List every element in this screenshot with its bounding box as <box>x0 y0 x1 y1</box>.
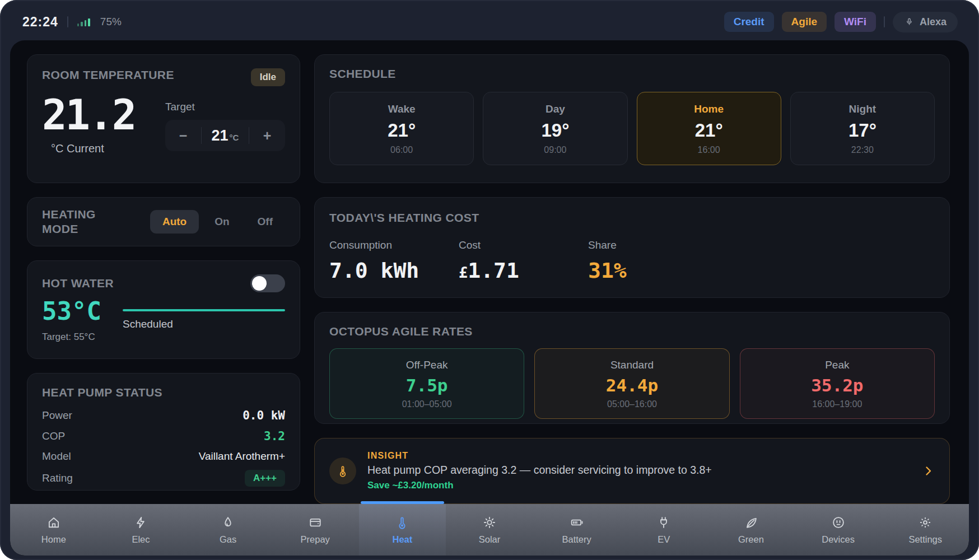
bottom-navigation: Home Elec Gas Prepay Heat Solar <box>10 504 969 556</box>
hot-water-right: Scheduled <box>123 298 285 330</box>
share-value: 31% <box>588 258 686 283</box>
card-icon <box>308 515 323 530</box>
heat-pump-rows: Power 0.0 kW COP 3.2 Model Vaillant Arot… <box>42 405 285 490</box>
heating-cost-stats: Consumption 7.0 kWh Cost £1.71 Share 31% <box>329 239 935 283</box>
increase-temperature-button[interactable]: + <box>249 128 285 144</box>
rate-off-peak: Off-Peak 7.5p 01:00–05:00 <box>329 348 524 419</box>
currency-symbol: £ <box>459 264 468 281</box>
sun-icon <box>482 515 497 530</box>
status-badge: Idle <box>251 68 285 86</box>
schedule-slot-day[interactable]: Day 19° 09:00 <box>483 92 627 165</box>
target-temperature-value: 21 <box>212 127 229 144</box>
right-column: SCHEDULE Wake 21° 06:00 Day 19° 09:00 <box>314 54 950 504</box>
target-temperature-value-wrap: 21 °C <box>202 127 249 144</box>
active-tab-indicator <box>361 501 445 504</box>
flame-icon <box>221 515 235 530</box>
signal-percentage: 75% <box>100 16 122 28</box>
clock: 22:24 <box>22 15 58 30</box>
hot-water-toggle[interactable] <box>250 274 285 292</box>
cop-value: 3.2 <box>264 430 285 443</box>
schedule-slot-wake[interactable]: Wake 21° 06:00 <box>329 92 474 165</box>
left-column: ROOM TEMPERATURE Idle 21.2 °C Current Ta… <box>27 54 300 504</box>
insight-title: INSIGHT <box>367 451 921 461</box>
table-row: Rating A+++ <box>42 466 285 490</box>
tab-elec[interactable]: Elec <box>97 504 185 556</box>
plug-icon <box>656 515 671 530</box>
tab-solar[interactable]: Solar <box>446 504 533 556</box>
alexa-button[interactable]: Alexa <box>893 12 958 32</box>
mode-option-off[interactable]: Off <box>245 210 285 234</box>
tab-gas[interactable]: Gas <box>184 504 272 556</box>
thermometer-icon <box>395 515 409 530</box>
chevron-right-icon[interactable] <box>921 464 935 478</box>
settings-dial-icon <box>918 515 933 530</box>
microphone-icon <box>904 17 915 27</box>
insight-banner[interactable]: INSIGHT Heat pump COP averaging 3.2 — co… <box>314 438 950 504</box>
target-temperature-unit: °C <box>230 133 239 142</box>
thermometer-icon <box>329 458 356 484</box>
rating-label: Rating <box>42 472 73 484</box>
lightning-icon <box>133 515 148 530</box>
tab-heat[interactable]: Heat <box>359 504 446 556</box>
credit-badge[interactable]: Credit <box>724 12 774 32</box>
hot-water-status: Scheduled <box>123 318 285 330</box>
insight-savings: Save ~£3.20/month <box>367 480 921 491</box>
tab-devices[interactable]: Devices <box>795 504 882 556</box>
wifi-badge[interactable]: WiFi <box>835 12 876 32</box>
heating-cost-title: TODAY\'S HEATING COST <box>329 211 479 224</box>
hot-water-left: 53°C Target: 55°C <box>42 298 101 343</box>
heating-mode-card: HEATING MODE Auto On Off <box>27 197 300 246</box>
tab-battery[interactable]: Battery <box>533 504 621 556</box>
table-row: Power 0.0 kW <box>42 405 285 426</box>
rate-tiles: Off-Peak 7.5p 01:00–05:00 Standard 24.4p… <box>329 348 935 419</box>
schedule-slots: Wake 21° 06:00 Day 19° 09:00 Home 21° <box>329 92 935 165</box>
leaf-icon <box>744 515 758 530</box>
status-bar: 22:24 75% Credit Agile WiFi Alexa <box>0 0 979 40</box>
tab-green[interactable]: Green <box>707 504 795 556</box>
room-temperature-card: ROOM TEMPERATURE Idle 21.2 °C Current Ta… <box>27 54 300 183</box>
model-value: Vaillant Arotherm+ <box>199 450 285 463</box>
device-hub-icon <box>831 515 846 530</box>
agile-badge[interactable]: Agile <box>782 12 827 32</box>
current-temperature-value: 21.2 <box>42 94 135 136</box>
status-left: 22:24 75% <box>22 15 122 30</box>
cost-value: £1.71 <box>459 258 557 283</box>
hot-water-temperature: 53°C <box>42 298 101 325</box>
battery-icon <box>570 515 584 530</box>
power-label: Power <box>42 409 72 422</box>
schedule-slot-home[interactable]: Home 21° 16:00 <box>637 92 781 165</box>
cop-label: COP <box>42 430 65 442</box>
mode-option-on[interactable]: On <box>202 210 241 234</box>
target-label: Target <box>165 101 285 113</box>
cost-stat: Cost £1.71 <box>459 239 557 283</box>
hot-water-target: Target: 55°C <box>42 332 101 343</box>
heating-cost-card: TODAY\'S HEATING COST Consumption 7.0 kW… <box>314 197 950 298</box>
table-row: Model Vaillant Arotherm+ <box>42 446 285 466</box>
rate-peak: Peak 35.2p 16:00–19:00 <box>740 348 935 419</box>
schedule-title: SCHEDULE <box>329 67 396 80</box>
tab-settings[interactable]: Settings <box>882 504 969 556</box>
tab-ev[interactable]: EV <box>620 504 707 556</box>
alexa-label: Alexa <box>920 16 947 28</box>
insight-message: Heat pump COP averaging 3.2 — consider s… <box>367 464 921 477</box>
hot-water-progress-bar <box>123 309 285 311</box>
tab-prepay[interactable]: Prepay <box>272 504 359 556</box>
current-temperature-unit: °C Current <box>51 142 135 155</box>
hot-water-title: HOT WATER <box>42 277 114 290</box>
status-divider <box>67 16 68 27</box>
status-right: Credit Agile WiFi Alexa <box>724 12 958 32</box>
main-screen: ROOM TEMPERATURE Idle 21.2 °C Current Ta… <box>10 40 969 556</box>
signal-icon <box>77 17 90 26</box>
heating-mode-title: HEATING MODE <box>42 207 132 237</box>
heating-mode-segmented-control: Auto On Off <box>150 210 285 234</box>
dashboard-content: ROOM TEMPERATURE Idle 21.2 °C Current Ta… <box>10 40 969 504</box>
target-temperature-block: Target − 21 °C + <box>165 94 285 155</box>
power-value: 0.0 kW <box>243 409 285 422</box>
tab-home[interactable]: Home <box>10 504 97 556</box>
room-temperature-title: ROOM TEMPERATURE <box>42 68 174 82</box>
table-row: COP 3.2 <box>42 426 285 446</box>
status-divider <box>884 16 885 27</box>
schedule-slot-night[interactable]: Night 17° 22:30 <box>790 92 935 165</box>
decrease-temperature-button[interactable]: − <box>165 128 201 144</box>
mode-option-auto[interactable]: Auto <box>150 210 199 234</box>
